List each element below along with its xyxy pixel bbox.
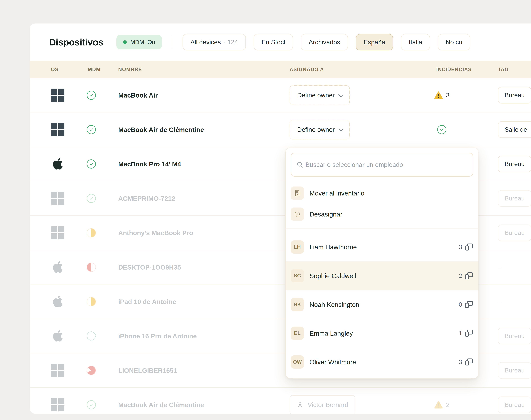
mdm-cell bbox=[86, 366, 96, 375]
filter-button-all-devices[interactable]: All devices·124 bbox=[183, 34, 246, 50]
ok-check-icon bbox=[437, 125, 446, 134]
mdm-status-badge: MDM: On bbox=[116, 35, 162, 49]
define-owner-label: Define owner bbox=[297, 91, 335, 99]
tag-pill[interactable]: Bureau bbox=[498, 87, 531, 104]
employee-name: Sophie Caldwell bbox=[310, 272, 453, 280]
define-owner-button[interactable]: Define owner bbox=[290, 120, 350, 139]
column-header-asignado-a: ASIGNADO A bbox=[290, 67, 324, 72]
device-name: LIONELGIBER1651 bbox=[118, 367, 177, 374]
mdm-cell bbox=[86, 331, 96, 341]
os-cell bbox=[51, 157, 65, 171]
windows-logo-icon bbox=[51, 192, 64, 205]
filter-label: All devices bbox=[190, 38, 221, 46]
assigned-cell: Victor Bernard bbox=[290, 395, 355, 414]
os-cell bbox=[51, 329, 65, 343]
os-cell bbox=[51, 89, 65, 102]
tag-pill[interactable]: Salle de bbox=[498, 121, 531, 138]
employee-device-count: 2 bbox=[459, 272, 462, 279]
employee-name: Noah Kensington bbox=[310, 301, 453, 308]
popover-action-desasignar[interactable]: Desasignar bbox=[291, 204, 473, 225]
column-header-nombre: NOMBRE bbox=[118, 67, 142, 72]
popover-actions: Mover al inventarioDesasignar bbox=[291, 183, 473, 225]
filter-label: España bbox=[364, 38, 385, 46]
apple-logo-icon bbox=[52, 261, 64, 274]
incident-count: 3 bbox=[446, 91, 450, 99]
mdm-cell bbox=[86, 228, 96, 237]
warning-triangle-icon bbox=[434, 91, 443, 99]
employee-list: LHLiam Hawthorne3SCSophie Caldwell2NKNoa… bbox=[291, 233, 473, 376]
avatar: LH bbox=[291, 240, 304, 254]
filter-button-no-co[interactable]: No co bbox=[438, 34, 470, 50]
tag-cell: Bureau bbox=[498, 87, 531, 104]
avatar: EL bbox=[291, 327, 304, 340]
devices-icon bbox=[465, 329, 473, 337]
incident-count: 2 bbox=[446, 401, 450, 408]
mdm-cell bbox=[86, 400, 96, 409]
avatar: OW bbox=[291, 355, 304, 369]
tag-pill[interactable]: Bureau bbox=[498, 156, 531, 172]
filter-button-archivados[interactable]: Archivados bbox=[301, 34, 348, 50]
employee-device-count-group: 3 bbox=[459, 358, 473, 366]
tag-empty-dash: – bbox=[498, 264, 501, 271]
apple-logo-icon bbox=[52, 295, 64, 308]
mdm-status-half-yellow-icon bbox=[87, 228, 96, 237]
mdm-cell bbox=[86, 194, 96, 203]
device-name: MacBook Pro 14’ M4 bbox=[118, 160, 181, 168]
popover-action-mover-al-inventario[interactable]: Mover al inventario bbox=[291, 183, 473, 204]
avatar: NK bbox=[291, 298, 304, 311]
filter-button-italia[interactable]: Italia bbox=[401, 34, 430, 50]
employee-search-input[interactable]: Buscar o seleccionar un empleado bbox=[291, 153, 473, 177]
windows-logo-icon bbox=[51, 89, 64, 102]
devices-icon bbox=[465, 358, 473, 366]
employee-row[interactable]: SCSophie Caldwell2 bbox=[286, 261, 478, 290]
action-label: Desasignar bbox=[310, 210, 342, 218]
tag-pill[interactable]: Bureau bbox=[498, 225, 531, 241]
table-row[interactable]: MacBook Air de ClémentineVictor Bernard2… bbox=[30, 388, 531, 414]
define-owner-button[interactable]: Define owner bbox=[290, 85, 350, 105]
page-title: Dispositivos bbox=[49, 37, 103, 47]
devices-icon bbox=[465, 272, 473, 280]
filter-count: 124 bbox=[227, 38, 238, 46]
employee-device-count: 3 bbox=[459, 243, 462, 251]
mdm-cell bbox=[86, 159, 96, 168]
os-cell bbox=[51, 364, 65, 377]
chevron-down-icon bbox=[338, 92, 344, 97]
mdm-status-label: MDM: On bbox=[130, 39, 155, 45]
filter-button-en-stocl[interactable]: En Stocl bbox=[254, 34, 293, 50]
device-name: MacBook Air de Clémentine bbox=[118, 126, 204, 133]
employee-device-count: 0 bbox=[459, 301, 462, 308]
device-name: iPhone 16 Pro de Antoine bbox=[118, 332, 197, 340]
apple-logo-icon bbox=[52, 329, 64, 343]
search-icon bbox=[296, 161, 304, 168]
mdm-status-check-icon bbox=[87, 125, 96, 134]
mdm-status-check-icon bbox=[87, 159, 96, 168]
employee-row[interactable]: ELEmma Langley1 bbox=[286, 319, 478, 348]
tag-pill[interactable]: Bureau bbox=[498, 362, 531, 379]
table-row[interactable]: MacBook AirDefine owner3Bureau bbox=[30, 78, 531, 112]
os-cell bbox=[51, 261, 65, 274]
employee-row[interactable]: NKNoah Kensington0 bbox=[286, 290, 478, 319]
os-cell bbox=[51, 192, 65, 205]
employee-row[interactable]: OWOliver Whitmore3 bbox=[286, 348, 478, 376]
device-name: DESKTOP-1OO9H35 bbox=[118, 263, 181, 271]
tag-pill[interactable]: Bureau bbox=[498, 328, 531, 344]
tag-pill[interactable]: Bureau bbox=[498, 396, 531, 413]
windows-logo-icon bbox=[51, 364, 64, 377]
person-icon bbox=[297, 401, 304, 408]
employee-device-count-group: 2 bbox=[459, 272, 473, 280]
owner-button[interactable]: Victor Bernard bbox=[290, 395, 355, 414]
column-header-tag: TAG bbox=[498, 67, 509, 72]
device-name: MacBook Air bbox=[118, 91, 158, 99]
table-row[interactable]: MacBook Air de ClémentineDefine ownerSal… bbox=[30, 112, 531, 147]
employee-row[interactable]: LHLiam Hawthorne3 bbox=[286, 233, 478, 261]
page-header: Dispositivos MDM: On All devices·124En S… bbox=[30, 24, 531, 61]
devices-icon bbox=[465, 243, 473, 251]
incidences-cell bbox=[425, 125, 458, 134]
tag-pill[interactable]: Bureau bbox=[498, 190, 531, 207]
unassign-icon bbox=[291, 208, 304, 221]
mdm-cell bbox=[86, 297, 96, 306]
employee-device-count-group: 3 bbox=[459, 243, 473, 251]
mdm-status-check-faded-icon bbox=[87, 400, 96, 409]
filter-button-espa-a[interactable]: España bbox=[356, 34, 393, 50]
employee-device-count: 1 bbox=[459, 330, 462, 337]
